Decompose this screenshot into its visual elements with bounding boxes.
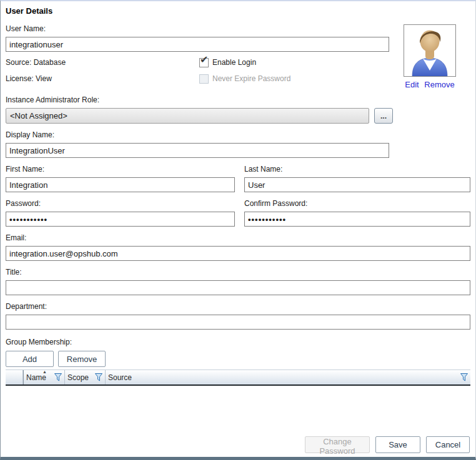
filter-icon[interactable] bbox=[460, 373, 468, 381]
filter-icon[interactable] bbox=[95, 373, 102, 381]
avatar-edit-link[interactable]: Edit bbox=[405, 80, 419, 89]
display-name-input[interactable] bbox=[6, 143, 389, 158]
enable-login-label: Enable Login bbox=[212, 57, 256, 68]
sort-asc-icon: ▲ bbox=[42, 369, 47, 374]
never-expire-password-row: Never Expire Password bbox=[199, 74, 290, 84]
column-header-select bbox=[6, 370, 23, 384]
cancel-button[interactable]: Cancel bbox=[426, 436, 470, 453]
group-membership-label: Group Membership: bbox=[6, 338, 470, 347]
filter-icon[interactable] bbox=[54, 373, 62, 381]
remove-group-button[interactable]: Remove bbox=[58, 351, 106, 367]
column-header-source[interactable]: Source bbox=[106, 370, 470, 384]
email-label: Email: bbox=[6, 233, 470, 243]
column-header-scope[interactable]: Scope bbox=[65, 370, 106, 384]
browse-role-button[interactable]: ... bbox=[374, 108, 393, 124]
email-input[interactable] bbox=[6, 246, 470, 261]
column-header-name[interactable]: ▲ Name bbox=[23, 370, 65, 384]
password-field: Password: bbox=[6, 192, 235, 227]
column-scope-label: Scope bbox=[67, 373, 89, 382]
user-name-input[interactable] bbox=[6, 37, 389, 52]
display-name-label: Display Name: bbox=[6, 130, 470, 140]
confirm-password-input[interactable] bbox=[244, 212, 470, 227]
source-text: Source: Database bbox=[6, 57, 199, 68]
user-details-panel: User Details Edi bbox=[0, 0, 476, 460]
department-label: Department: bbox=[6, 302, 470, 311]
footer-actions: Change Password Save Cancel bbox=[305, 436, 470, 453]
enable-login-checkbox[interactable]: ✔ bbox=[199, 58, 209, 67]
department-input[interactable] bbox=[6, 315, 470, 330]
license-text: License: View bbox=[6, 74, 199, 84]
avatar bbox=[404, 24, 456, 77]
avatar-links: Edit Remove bbox=[404, 80, 456, 89]
password-label: Password: bbox=[6, 199, 235, 208]
first-name-field: First Name: bbox=[6, 158, 235, 192]
last-name-input[interactable] bbox=[244, 177, 470, 192]
instance-admin-role-label: Instance Administrator Role: bbox=[6, 95, 470, 105]
never-expire-password-checkbox bbox=[199, 74, 209, 84]
user-name-label: User Name: bbox=[6, 24, 470, 34]
first-name-input[interactable] bbox=[6, 177, 235, 192]
instance-admin-role-input bbox=[6, 108, 369, 124]
change-password-button: Change Password bbox=[305, 436, 370, 453]
checkmark-icon: ✔ bbox=[200, 55, 208, 65]
confirm-password-field: Confirm Password: bbox=[244, 192, 470, 227]
page-title: User Details bbox=[6, 6, 470, 16]
last-name-label: Last Name: bbox=[244, 165, 470, 174]
first-name-label: First Name: bbox=[6, 165, 235, 174]
add-group-button[interactable]: Add bbox=[6, 351, 54, 367]
confirm-password-label: Confirm Password: bbox=[244, 199, 470, 208]
avatar-area: Edit Remove bbox=[404, 24, 456, 89]
enable-login-row: ✔ Enable Login bbox=[199, 57, 256, 68]
last-name-field: Last Name: bbox=[244, 158, 470, 192]
never-expire-password-label: Never Expire Password bbox=[212, 74, 290, 84]
title-input[interactable] bbox=[6, 280, 470, 295]
title-label: Title: bbox=[6, 268, 470, 277]
column-source-label: Source bbox=[108, 373, 132, 382]
group-table-body bbox=[6, 386, 470, 434]
save-button[interactable]: Save bbox=[375, 436, 420, 453]
user-avatar-icon bbox=[404, 25, 455, 76]
avatar-remove-link[interactable]: Remove bbox=[424, 80, 454, 89]
group-table-header: ▲ Name Scope Source bbox=[6, 369, 470, 386]
password-input[interactable] bbox=[6, 212, 235, 227]
